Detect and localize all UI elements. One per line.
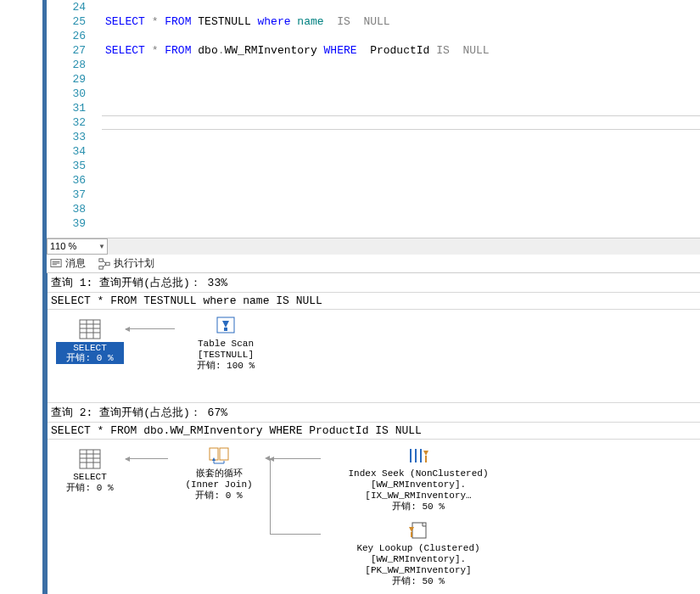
svg-rect-4 <box>99 258 103 261</box>
tab-execution-plan[interactable]: 执行计划 <box>95 255 161 272</box>
plan-node-object: [TESTNULL] <box>175 350 277 361</box>
svg-line-8 <box>104 264 107 267</box>
plan-node-cost: 开销: 0 % <box>168 490 270 502</box>
line-number: 24 <box>50 0 91 14</box>
chevron-down-icon: ▼ <box>98 239 107 254</box>
svg-rect-17 <box>224 328 227 331</box>
zoom-dropdown[interactable]: 110 % ▼ <box>47 238 108 255</box>
line-number: 27 <box>50 43 91 58</box>
zoom-value: 110 % <box>50 239 76 254</box>
query2-cost-header: 查询 2: 查询开销(占总批)： 67% <box>48 403 700 423</box>
code-editor[interactable]: SELECT * FROM TESTNULL where name IS NUL… <box>102 0 700 231</box>
plan-node-label: SELECT <box>56 472 124 483</box>
plan-node-cost: 开销: 0 % <box>56 483 124 494</box>
plan-node-object: [WW_RMInventory].[PK_WW_RMInventory] <box>321 554 516 576</box>
plan-arrow-elbow <box>270 458 321 535</box>
plan-node-label: Table Scan <box>175 339 277 350</box>
svg-rect-18 <box>80 450 100 468</box>
plan-arrowhead <box>265 456 270 461</box>
plan-node-nested-loops[interactable]: 嵌套的循环 (Inner Join) 开销: 0 % <box>168 445 270 502</box>
code-line[interactable] <box>102 188 700 202</box>
query1-cost-header: 查询 1: 查询开销(占总批)： 33% <box>48 273 700 293</box>
code-line[interactable] <box>102 58 700 72</box>
svg-rect-32 <box>412 523 426 538</box>
tab-label: 执行计划 <box>114 256 154 271</box>
code-line[interactable] <box>102 72 700 87</box>
tab-messages[interactable]: 消息 <box>47 255 92 272</box>
plan-node-cost: 开销: 50 % <box>321 576 516 587</box>
plan-node-cost: 开销: 100 % <box>175 361 277 372</box>
line-number: 38 <box>50 202 91 216</box>
execution-plan-pane: 查询 1: 查询开销(占总批)： 33% SELECT * FROM TESTN… <box>47 273 700 594</box>
code-line[interactable] <box>102 29 700 43</box>
tab-label: 消息 <box>65 256 86 271</box>
plan-node-table-scan[interactable]: Table Scan [TESTNULL] 开销: 100 % <box>175 315 277 372</box>
line-number: 34 <box>50 144 91 159</box>
code-line[interactable] <box>102 144 700 159</box>
code-line[interactable] <box>102 216 700 231</box>
code-line-current[interactable] <box>102 115 700 130</box>
query2-plan-canvas[interactable]: SELECT 开销: 0 % 嵌套的循环 (Inner Join) 开销: 0 … <box>48 440 700 594</box>
query1-sql-header: SELECT * FROM TESTNULL where name IS NUL… <box>48 293 700 310</box>
plan-node-label: Index Seek (NonClustered) <box>321 468 516 479</box>
svg-rect-25 <box>220 448 228 460</box>
line-number: 30 <box>50 87 91 101</box>
plan-node-sub: (Inner Join) <box>168 479 270 490</box>
svg-line-7 <box>104 260 107 263</box>
code-line[interactable] <box>102 0 700 14</box>
query2-sql-header: SELECT * FROM dbo.WW_RMInventory WHERE P… <box>48 423 700 440</box>
results-tabs: 消息 执行计划 <box>47 255 700 273</box>
select-result-icon <box>77 448 103 470</box>
line-number: 37 <box>50 188 91 202</box>
plan-node-label: Key Lookup (Clustered) <box>321 543 516 554</box>
code-line[interactable]: SELECT * FROM dbo.WW_RMInventory WHERE P… <box>102 43 700 58</box>
plan-node-label: SELECT 开销: 0 % <box>56 342 124 364</box>
plan-node-cost: 开销: 50 % <box>321 502 516 513</box>
plan-node-key-lookup[interactable]: Key Lookup (Clustered) [WW_RMInventory].… <box>321 519 516 587</box>
line-number: 36 <box>50 173 91 188</box>
code-line[interactable] <box>102 101 700 115</box>
code-line[interactable] <box>102 202 700 216</box>
nested-loops-icon <box>206 445 232 467</box>
index-seek-icon <box>406 445 431 467</box>
select-result-icon <box>77 318 103 340</box>
code-line[interactable] <box>102 159 700 173</box>
line-number: 25 <box>50 14 91 29</box>
plan-node-index-seek[interactable]: Index Seek (NonClustered) [WW_RMInventor… <box>321 445 516 513</box>
key-lookup-icon <box>406 519 431 541</box>
zoom-bar: 110 % ▼ <box>47 238 700 255</box>
code-gutter: 24 25 26 27 28 29 30 31 32 33 34 35 36 3… <box>50 0 91 231</box>
plan-arrow <box>126 458 168 459</box>
code-line[interactable] <box>102 87 700 101</box>
plan-node-select[interactable]: SELECT 开销: 0 % <box>56 448 124 494</box>
execution-plan-icon <box>98 258 110 270</box>
svg-rect-9 <box>80 320 100 339</box>
plan-node-label: 嵌套的循环 <box>168 468 270 479</box>
plan-arrow <box>126 328 175 329</box>
code-line[interactable] <box>102 173 700 188</box>
svg-rect-6 <box>106 262 109 266</box>
line-number: 39 <box>50 216 91 231</box>
svg-rect-5 <box>99 266 103 269</box>
line-number: 33 <box>50 130 91 144</box>
table-scan-icon <box>213 315 238 337</box>
plan-node-object: [WW_RMInventory].[IX_WW_RMInventory… <box>321 479 516 502</box>
line-number: 35 <box>50 159 91 173</box>
query1-plan-canvas[interactable]: SELECT 开销: 0 % Table Scan [TESTNULL] 开销:… <box>48 310 700 403</box>
code-line[interactable] <box>102 130 700 144</box>
code-line[interactable]: SELECT * FROM TESTNULL where name IS NUL… <box>102 14 700 29</box>
line-number: 32 <box>50 115 91 130</box>
line-number: 26 <box>50 29 91 43</box>
messages-icon <box>50 258 62 270</box>
line-number: 31 <box>50 101 91 115</box>
line-number: 29 <box>50 72 91 87</box>
svg-marker-30 <box>423 451 428 456</box>
plan-node-select[interactable]: SELECT 开销: 0 % <box>56 318 124 364</box>
line-number: 28 <box>50 58 91 72</box>
